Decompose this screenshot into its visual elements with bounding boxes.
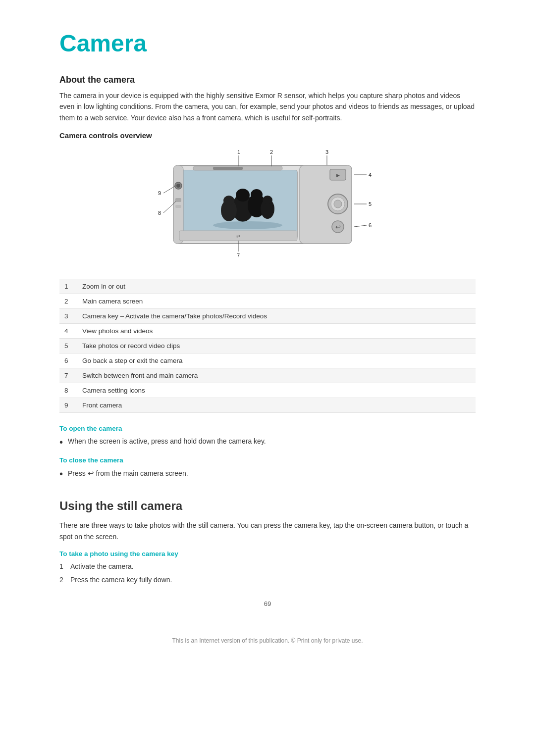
row-label: View photos and videos: [77, 324, 476, 339]
step-text: Press the camera key fully down.: [70, 575, 172, 585]
using-still-camera-body: There are three ways to take photos with…: [59, 520, 476, 542]
take-photo-heading: To take a photo using the camera key: [59, 550, 476, 557]
svg-rect-15: [175, 198, 181, 202]
table-row: 9 Front camera: [59, 398, 476, 413]
svg-text:⇄: ⇄: [236, 234, 240, 239]
svg-point-10: [263, 196, 272, 204]
row-label: Camera key – Activate the camera/Take ph…: [77, 309, 476, 324]
svg-text:5: 5: [369, 201, 372, 207]
row-num: 8: [59, 383, 77, 398]
step-num: 2: [59, 575, 70, 585]
table-row: 1 Zoom in or out: [59, 279, 476, 294]
table-row: 8 Camera setting icons: [59, 383, 476, 398]
row-num: 9: [59, 398, 77, 413]
about-camera-heading: About the camera: [59, 75, 476, 85]
svg-rect-28: [213, 167, 243, 170]
bullet-dot-2: •: [59, 466, 63, 481]
row-label: Switch between front and main camera: [77, 368, 476, 383]
list-item: 2Press the camera key fully down.: [59, 575, 476, 585]
about-camera-body: The camera in your device is equipped wi…: [59, 90, 476, 123]
svg-point-11: [213, 221, 282, 229]
svg-text:7: 7: [237, 252, 240, 258]
using-still-camera-title: Using the still camera: [59, 495, 476, 513]
step-num: 1: [59, 561, 70, 572]
table-row: 5 Take photos or record video clips: [59, 339, 476, 353]
close-camera-heading: To close the camera: [59, 456, 476, 464]
svg-line-39: [354, 225, 367, 227]
svg-point-22: [334, 200, 342, 208]
row-label: Camera setting icons: [77, 383, 476, 398]
row-label: Main camera screen: [77, 294, 476, 309]
list-item: 1Activate the camera.: [59, 561, 476, 572]
camera-diagram: ▶ ↩ ⇄ 1 2 3 4 5: [59, 149, 476, 267]
row-label: Go back a step or exit the camera: [77, 353, 476, 368]
row-num: 6: [59, 353, 77, 368]
step-text: Activate the camera.: [70, 561, 134, 572]
row-num: 3: [59, 309, 77, 324]
page-title: Camera: [59, 30, 476, 57]
table-row: 2 Main camera screen: [59, 294, 476, 309]
svg-point-7: [236, 189, 250, 202]
table-row: 3 Camera key – Activate the camera/Take …: [59, 309, 476, 324]
svg-text:▶: ▶: [336, 173, 340, 178]
svg-rect-16: [175, 205, 181, 208]
svg-point-8: [251, 189, 263, 200]
svg-text:6: 6: [369, 222, 372, 228]
table-row: 6 Go back a step or exit the camera: [59, 353, 476, 368]
table-row: 7 Switch between front and main camera: [59, 368, 476, 383]
row-num: 7: [59, 368, 77, 383]
svg-point-14: [176, 184, 180, 188]
row-num: 1: [59, 279, 77, 294]
open-camera-text: When the screen is active, press and hol…: [68, 436, 266, 447]
row-label: Take photos or record video clips: [77, 339, 476, 353]
svg-text:8: 8: [158, 210, 161, 216]
controls-table: 1 Zoom in or out 2 Main camera screen 3 …: [59, 279, 476, 413]
open-camera-bullet: • When the screen is active, press and h…: [59, 436, 476, 450]
row-num: 5: [59, 339, 77, 353]
row-num: 2: [59, 294, 77, 309]
bullet-dot: •: [59, 435, 63, 450]
svg-text:9: 9: [158, 190, 161, 196]
row-label: Zoom in or out: [77, 279, 476, 294]
page-number: 69: [59, 600, 476, 607]
table-row: 4 View photos and videos: [59, 324, 476, 339]
row-num: 4: [59, 324, 77, 339]
open-camera-heading: To open the camera: [59, 425, 476, 432]
page-footer: This is an Internet version of this publ…: [59, 637, 476, 644]
svg-point-9: [223, 196, 234, 205]
svg-text:2: 2: [270, 149, 273, 155]
close-camera-text: Press ↩ from the main camera screen.: [68, 468, 188, 479]
controls-overview-heading: Camera controls overview: [59, 131, 476, 140]
svg-text:4: 4: [369, 172, 372, 178]
svg-text:↩: ↩: [335, 223, 341, 231]
svg-text:1: 1: [237, 149, 240, 155]
svg-text:3: 3: [325, 149, 328, 155]
close-camera-bullet: • Press ↩ from the main camera screen.: [59, 468, 476, 481]
row-label: Front camera: [77, 398, 476, 413]
